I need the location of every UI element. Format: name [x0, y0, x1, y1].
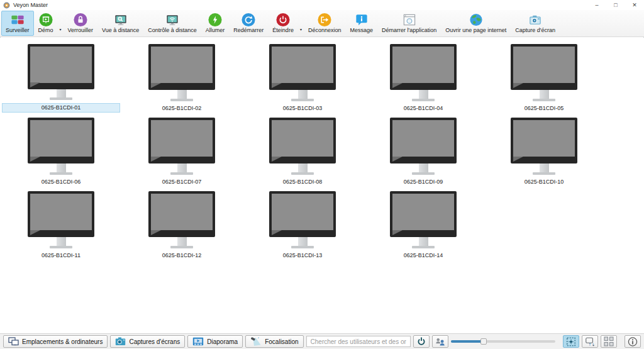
toolbar-button-demarrer-application[interactable]: Démarrer l'application [377, 11, 441, 36]
toolbar-label: Démarrer l'application [382, 27, 436, 33]
monitor-base [50, 172, 72, 175]
screenshot-icon [528, 13, 543, 27]
monitor-stand [177, 237, 187, 246]
computer-item[interactable]: 0625-B1CDI-08 [242, 113, 363, 186]
computer-name-label: 0625-B1CDI-03 [280, 104, 325, 113]
eteindre-dropdown-arrow[interactable]: ▾ [298, 11, 304, 36]
computer-name-label: 0625-B1CDI-14 [401, 252, 446, 260]
toolbar-button-vue-a-distance[interactable]: Vue à distance [97, 11, 143, 36]
computer-item[interactable]: 0625-B1CDI-04 [363, 39, 484, 113]
toolbar-button-message[interactable]: Message [345, 11, 377, 36]
computer-item[interactable]: 0625-B1CDI-01 [1, 39, 121, 113]
toolbar-label: Surveiller [6, 27, 30, 33]
about-button[interactable] [625, 335, 641, 348]
remote-control-icon [165, 13, 180, 27]
toolbar-button-verrouiller[interactable]: Verrouiller [64, 11, 98, 36]
computer-monitor-icon [390, 44, 457, 90]
monitor-base [412, 99, 435, 101]
computer-monitor-icon [269, 118, 336, 163]
tab-emplacements-ordinateurs[interactable]: Emplacements & ordinateurs [3, 335, 108, 348]
toolbar-button-controle-a-distance[interactable]: Contrôle à distance [143, 11, 201, 36]
monitor-base [291, 172, 314, 175]
maximize-button[interactable]: □ [606, 0, 625, 10]
computer-item[interactable]: 0625-B1CDI-03 [242, 39, 363, 113]
computer-monitor-icon [390, 118, 457, 163]
monitor-stand [298, 90, 308, 99]
monitor-base [170, 99, 193, 101]
computer-item[interactable]: 0625-B1CDI-10 [484, 113, 604, 186]
computer-item[interactable]: 0625-B1CDI-14 [363, 186, 484, 260]
toolbar-button-demo[interactable]: Démo [34, 11, 58, 36]
computer-item[interactable]: 0625-B1CDI-07 [121, 113, 242, 186]
tab-diaporama[interactable]: Diaporama [187, 335, 243, 348]
toolbar-button-eteindre[interactable]: Éteindre [268, 11, 298, 36]
computer-name-label: 0625-B1CDI-10 [522, 178, 567, 186]
computer-name-label: 0625-B1CDI-02 [160, 104, 204, 113]
monitor-stand [419, 237, 428, 246]
computer-item[interactable]: 0625-B1CDI-13 [242, 186, 363, 260]
computer-item[interactable]: 0625-B1CDI-12 [121, 186, 242, 260]
tab-focalisation[interactable]: Focalisation [245, 335, 303, 348]
lock-icon [73, 13, 88, 27]
demo-screen-icon [38, 13, 53, 27]
computer-name-label: 0625-B1CDI-11 [39, 252, 83, 260]
message-icon [354, 13, 369, 27]
window-title: Veyon Master [13, 2, 48, 8]
start-app-icon [402, 13, 417, 27]
computer-name-label: 0625-B1CDI-06 [39, 178, 84, 186]
computer-monitor-icon [28, 44, 94, 89]
align-grid-button[interactable] [601, 335, 617, 348]
titlebar: Veyon Master – □ ✕ [0, 0, 644, 10]
minimize-button[interactable]: – [587, 0, 606, 10]
toolbar-button-capture-ecran[interactable]: Capture d'écran [511, 11, 560, 36]
computer-item[interactable]: 0625-B1CDI-09 [363, 113, 484, 186]
logged-in-users-icon [435, 337, 445, 346]
toolbar-label: Éteindre [272, 27, 294, 33]
computer-name-label: 0625-B1CDI-12 [160, 252, 204, 260]
auto-fit-button[interactable] [563, 335, 579, 348]
computer-monitoring-area: 0625-B1CDI-01 0625-B1CDI-02 0625-B1CDI-0… [0, 38, 644, 333]
power-on-icon [208, 13, 223, 27]
monitor-base [50, 97, 72, 100]
computer-item[interactable]: 0625-B1CDI-06 [1, 113, 121, 186]
demo-dropdown-arrow[interactable]: ▾ [58, 11, 64, 36]
computer-name-label: 0625-B1CDI-05 [522, 104, 567, 113]
zoom-slider[interactable] [451, 338, 555, 345]
slideshow-icon [192, 337, 204, 346]
toolbar-button-surveiller[interactable]: Surveiller [1, 11, 34, 36]
custom-arrangement-button[interactable]: ↑↓ [582, 335, 598, 348]
toolbar-button-allumer[interactable]: Allumer [201, 11, 230, 36]
search-input[interactable] [306, 336, 411, 347]
power-off-icon [275, 13, 291, 27]
globe-icon [469, 13, 484, 27]
power-menu-button[interactable] [413, 335, 430, 348]
tab-label: Captures d'écrans [129, 338, 180, 345]
computer-item[interactable]: 0625-B1CDI-05 [484, 39, 604, 113]
toolbar-label: Verrouiller [68, 27, 94, 33]
spotlight-icon [250, 337, 262, 346]
logged-in-users-button[interactable] [432, 335, 448, 348]
locations-computers-icon [8, 337, 19, 346]
computer-item[interactable]: 0625-B1CDI-02 [121, 39, 242, 113]
monitor-stand [419, 90, 428, 99]
toolbar-label: Ouvrir une page internet [445, 27, 506, 33]
monitor-stand [57, 89, 66, 98]
logout-icon [317, 13, 332, 27]
tab-captures-ecrans[interactable]: Captures d'écrans [110, 335, 185, 348]
bottom-toolbar: Emplacements & ordinateurs Captures d'éc… [0, 333, 644, 349]
monitor-base [412, 172, 435, 175]
toolbar-button-ouvrir-page-internet[interactable]: Ouvrir une page internet [441, 11, 511, 36]
power-toggle-icon [416, 336, 426, 346]
align-grid-icon [604, 336, 614, 346]
zoom-slider-thumb[interactable] [480, 338, 487, 345]
computer-name-label: 0625-B1CDI-01 [2, 103, 120, 113]
reboot-icon [241, 13, 256, 27]
computer-item[interactable]: 0625-B1CDI-11 [1, 186, 121, 260]
toolbar: Surveiller Démo ▾ Verrouiller Vue à d [0, 10, 644, 37]
close-button[interactable]: ✕ [625, 0, 644, 10]
computer-monitor-icon [511, 44, 577, 90]
computer-monitor-icon [390, 191, 457, 237]
toolbar-button-redemarrer[interactable]: Redémarrer [229, 11, 268, 36]
toolbar-button-deconnexion[interactable]: Déconnexion [304, 11, 346, 36]
zoom-slider-fill [451, 340, 483, 343]
